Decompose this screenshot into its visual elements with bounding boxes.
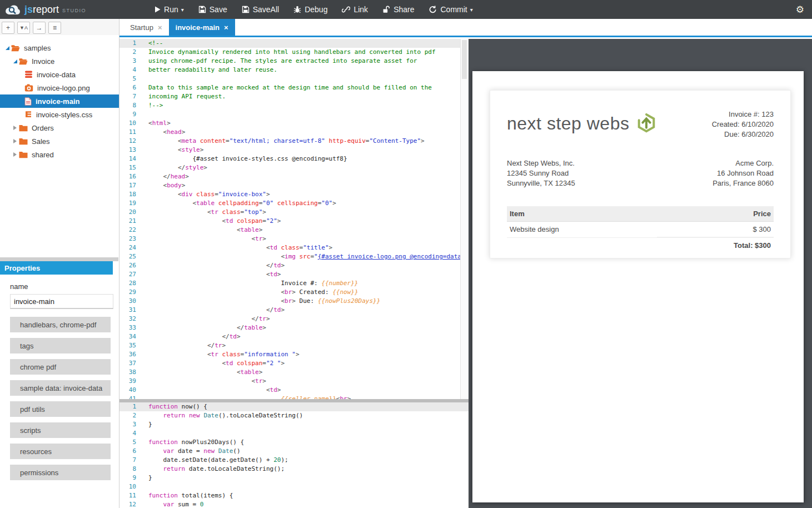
tab-startup[interactable]: Startup× [123,19,169,36]
logo-report: report [33,4,59,16]
sidebar: +▼A→≡ samplesInvoiceinvoice-datainvoice-… [0,19,119,508]
pdf-page: next step webs Invoice #: 123Created: 6/… [472,71,804,502]
line-number: 29 [119,288,144,297]
name-input[interactable] [10,294,113,309]
line-number: 26 [119,261,144,270]
properties-section-tags[interactable]: tags [10,338,111,353]
sidebar-collapse-button[interactable]: → [33,22,46,34]
preview-pane: next step webs Invoice #: 123Created: 6/… [469,39,812,508]
tree-item-invoice[interactable]: Invoice [0,54,119,68]
tree-item-invoice-data[interactable]: invoice-data [0,68,119,81]
toolbar-commit-button[interactable]: Commit▾ [429,5,472,14]
line-number: 25 [119,252,144,261]
caret-collapsed-icon[interactable] [11,126,19,130]
folder-open-icon [11,44,20,52]
code-line: 34 </td> [119,332,469,341]
code-line: 4 [119,429,469,438]
line-number: 4 [119,66,144,74]
link-icon [342,6,350,13]
code-line: 3} [119,420,469,429]
sidebar-add-button[interactable]: + [2,22,14,34]
properties-section-sample-data-invoice-data[interactable]: sample data: invoice-data [10,380,111,396]
folder-icon [19,151,28,158]
tree-item-orders[interactable]: Orders [0,121,119,135]
code-line: 38 <table> [119,368,469,377]
code-line: 20 <tr class="top"> [119,208,469,217]
code-line: 27 <td> [119,270,469,279]
tree-item-invoice-main[interactable]: invoice-main [0,94,119,108]
code-line: 11function total(items) { [119,491,469,500]
line-number: 5 [119,74,144,83]
code-line: 21 <td colspan="2"> [119,217,469,226]
caret-collapsed-icon[interactable] [11,139,19,143]
invoice-meta: Invoice #: 123Created: 6/10/2020Due: 6/3… [712,107,774,140]
toolbar-saveall-button[interactable]: SaveAll [242,5,279,14]
toolbar-share-button[interactable]: Share [382,5,414,14]
folder-icon [19,138,28,145]
tree-item-sales[interactable]: Sales [0,135,119,148]
properties-section-handlebars-chrome-pdf[interactable]: handlebars, chrome-pdf [10,317,111,332]
tree-item-invoice-logo-png[interactable]: invoice-logo.png [0,81,119,94]
tab-bar: Startup×invoice-main× [119,19,812,37]
properties-section-pdf-utils[interactable]: pdf utils [10,401,111,417]
caret-down-icon: ▾ [181,7,184,13]
line-number: 5 [119,438,144,447]
buyer-line: 16 Johnson Road [713,168,774,178]
properties-panel: Properties name handlebars, chrome-pdfta… [0,257,118,508]
sidebar-filter-button[interactable]: ▼A [17,22,30,34]
tree-item-samples[interactable]: samples [0,41,119,54]
line-number: 23 [119,235,144,243]
history-icon [429,6,437,13]
sidebar-menu-button[interactable]: ≡ [48,22,61,34]
line-number: 2 [119,48,144,57]
code-line: 36 <tr class="information "> [119,350,469,359]
toolbar-save-button[interactable]: Save [198,5,227,14]
code-line: 11 <head> [119,128,469,137]
properties-section-chrome-pdf[interactable]: chrome pdf [10,359,111,375]
tree-item-invoice-styles-css[interactable]: invoice-styles.css [0,108,119,121]
tree-item-shared[interactable]: shared [0,148,119,161]
line-number: 3 [119,420,144,429]
tab-invoice-main[interactable]: invoice-main× [169,19,235,36]
table-row: Website design$ 300 [507,222,774,238]
price-header: Price [657,206,774,222]
code-line: 32 </tr> [119,315,469,323]
toolbar-debug-button[interactable]: Debug [293,5,327,14]
properties-section-resources[interactable]: resources [10,444,111,459]
item-header: Item [507,206,657,222]
code-line: 22 <table> [119,226,469,235]
code-editor-main[interactable]: 1<!--2Invoice dynamically rendered into … [119,39,469,399]
line-number: 35 [119,341,144,350]
code-line: 16 </head> [119,172,469,181]
line-number: 18 [119,190,144,199]
caret-expanded-icon[interactable] [3,46,11,50]
editor-scrollbar[interactable] [460,39,469,399]
tab-close-icon[interactable]: × [224,23,228,32]
code-editor-helpers[interactable]: 1function now() {2 return new Date().toL… [119,402,469,508]
line-number: 14 [119,155,144,163]
properties-section-permissions[interactable]: permissions [10,465,111,480]
line-number: 12 [119,137,144,146]
toolbar-run-button[interactable]: Run▾ [155,5,184,14]
total-spacer [507,237,657,253]
caret-expanded-icon[interactable] [11,59,19,63]
line-number: 3 [119,57,144,66]
caret-down-icon: ▾ [470,7,473,13]
code-line: 35 </tr> [119,341,469,350]
code-line: 6Data to this sample are mocked at the d… [119,83,469,92]
horizontal-splitter[interactable] [0,257,118,261]
code-line: 3using chrome-pdf recipe. The styles are… [119,57,469,66]
code-line: 37 <td colspan="2 "> [119,359,469,368]
company-logo: next step webs [507,107,657,140]
code-line: 13 <style> [119,146,469,155]
properties-section-scripts[interactable]: scripts [10,422,111,438]
tab-close-icon[interactable]: × [158,23,162,32]
toolbar-link-button[interactable]: Link [342,5,368,14]
line-number: 38 [119,368,144,377]
scrollbar-thumb[interactable] [462,40,467,79]
code-line: 26 </td> [119,261,469,270]
caret-collapsed-icon[interactable] [11,152,19,157]
line-number: 9 [119,474,144,482]
line-number: 30 [119,297,144,306]
settings-gear-icon[interactable]: ⚙ [796,0,804,19]
